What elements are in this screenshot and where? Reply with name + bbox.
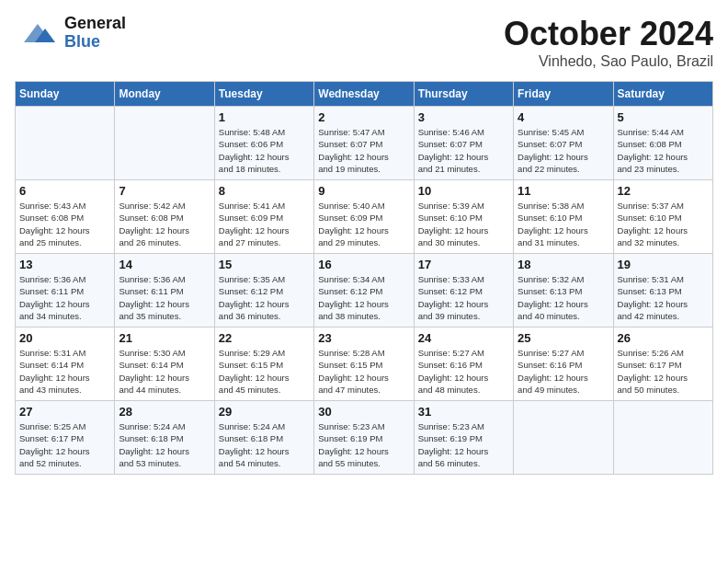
day-number: 10 xyxy=(418,184,509,198)
day-number: 25 xyxy=(518,331,609,345)
day-detail: Sunrise: 5:27 AM Sunset: 6:16 PM Dayligh… xyxy=(418,347,509,396)
calendar-week-5: 27Sunrise: 5:25 AM Sunset: 6:17 PM Dayli… xyxy=(16,401,713,475)
day-detail: Sunrise: 5:34 AM Sunset: 6:12 PM Dayligh… xyxy=(318,273,409,322)
calendar-cell: 11Sunrise: 5:38 AM Sunset: 6:10 PM Dayli… xyxy=(514,180,613,254)
calendar-week-4: 20Sunrise: 5:31 AM Sunset: 6:14 PM Dayli… xyxy=(16,327,713,401)
calendar-subtitle: Vinhedo, Sao Paulo, Brazil xyxy=(504,53,713,70)
logo-label: General Blue xyxy=(64,15,126,52)
day-detail: Sunrise: 5:36 AM Sunset: 6:11 PM Dayligh… xyxy=(19,273,110,322)
logo-blue-text: Blue xyxy=(64,33,126,52)
calendar-cell: 9Sunrise: 5:40 AM Sunset: 6:09 PM Daylig… xyxy=(314,180,414,254)
day-header-thursday: Thursday xyxy=(414,82,513,107)
day-number: 8 xyxy=(219,184,310,198)
calendar-week-2: 6Sunrise: 5:43 AM Sunset: 6:08 PM Daylig… xyxy=(16,180,713,254)
calendar-cell: 7Sunrise: 5:42 AM Sunset: 6:08 PM Daylig… xyxy=(115,180,214,254)
day-number: 4 xyxy=(518,110,609,124)
day-detail: Sunrise: 5:28 AM Sunset: 6:15 PM Dayligh… xyxy=(318,347,409,396)
calendar-cell: 24Sunrise: 5:27 AM Sunset: 6:16 PM Dayli… xyxy=(414,327,513,401)
calendar-cell: 31Sunrise: 5:23 AM Sunset: 6:19 PM Dayli… xyxy=(414,401,513,475)
logo: General Blue xyxy=(15,15,126,52)
logo-general-text: General xyxy=(64,15,126,33)
day-number: 1 xyxy=(219,110,310,124)
day-header-friday: Friday xyxy=(514,82,613,107)
day-detail: Sunrise: 5:23 AM Sunset: 6:19 PM Dayligh… xyxy=(318,420,409,469)
calendar-table: SundayMondayTuesdayWednesdayThursdayFrid… xyxy=(15,81,713,475)
calendar-cell: 3Sunrise: 5:46 AM Sunset: 6:07 PM Daylig… xyxy=(414,107,513,180)
day-number: 3 xyxy=(418,110,509,124)
day-detail: Sunrise: 5:44 AM Sunset: 6:08 PM Dayligh… xyxy=(618,126,709,175)
day-detail: Sunrise: 5:24 AM Sunset: 6:18 PM Dayligh… xyxy=(219,420,310,469)
calendar-cell: 28Sunrise: 5:24 AM Sunset: 6:18 PM Dayli… xyxy=(115,401,214,475)
day-number: 2 xyxy=(318,110,409,124)
day-number: 11 xyxy=(518,184,609,198)
day-number: 7 xyxy=(119,184,210,198)
calendar-cell: 10Sunrise: 5:39 AM Sunset: 6:10 PM Dayli… xyxy=(414,180,513,254)
calendar-cell: 19Sunrise: 5:31 AM Sunset: 6:13 PM Dayli… xyxy=(613,254,712,327)
day-number: 31 xyxy=(418,405,509,419)
day-detail: Sunrise: 5:32 AM Sunset: 6:13 PM Dayligh… xyxy=(518,273,609,322)
day-number: 5 xyxy=(618,110,709,124)
calendar-cell: 14Sunrise: 5:36 AM Sunset: 6:11 PM Dayli… xyxy=(115,254,214,327)
day-number: 13 xyxy=(19,258,110,271)
calendar-cell xyxy=(115,107,214,180)
day-number: 28 xyxy=(119,405,210,419)
day-detail: Sunrise: 5:46 AM Sunset: 6:07 PM Dayligh… xyxy=(418,126,509,175)
calendar-cell: 25Sunrise: 5:27 AM Sunset: 6:16 PM Dayli… xyxy=(514,327,613,401)
calendar-cell: 16Sunrise: 5:34 AM Sunset: 6:12 PM Dayli… xyxy=(314,254,414,327)
day-detail: Sunrise: 5:40 AM Sunset: 6:09 PM Dayligh… xyxy=(318,200,409,248)
day-detail: Sunrise: 5:39 AM Sunset: 6:10 PM Dayligh… xyxy=(418,200,509,248)
calendar-cell: 20Sunrise: 5:31 AM Sunset: 6:14 PM Dayli… xyxy=(16,327,115,401)
day-header-saturday: Saturday xyxy=(613,82,712,107)
day-number: 14 xyxy=(119,258,210,271)
day-number: 24 xyxy=(418,331,509,345)
calendar-week-1: 1Sunrise: 5:48 AM Sunset: 6:06 PM Daylig… xyxy=(16,107,713,180)
day-number: 19 xyxy=(618,258,709,271)
calendar-cell: 18Sunrise: 5:32 AM Sunset: 6:13 PM Dayli… xyxy=(514,254,613,327)
day-detail: Sunrise: 5:31 AM Sunset: 6:14 PM Dayligh… xyxy=(19,347,110,396)
day-detail: Sunrise: 5:30 AM Sunset: 6:14 PM Dayligh… xyxy=(119,347,210,396)
calendar-cell: 8Sunrise: 5:41 AM Sunset: 6:09 PM Daylig… xyxy=(214,180,313,254)
day-detail: Sunrise: 5:35 AM Sunset: 6:12 PM Dayligh… xyxy=(219,273,310,322)
calendar-cell: 4Sunrise: 5:45 AM Sunset: 6:07 PM Daylig… xyxy=(514,107,613,180)
calendar-cell: 2Sunrise: 5:47 AM Sunset: 6:07 PM Daylig… xyxy=(314,107,414,180)
day-detail: Sunrise: 5:38 AM Sunset: 6:10 PM Dayligh… xyxy=(518,200,609,248)
day-detail: Sunrise: 5:25 AM Sunset: 6:17 PM Dayligh… xyxy=(19,420,110,469)
day-number: 20 xyxy=(19,331,110,345)
calendar-cell xyxy=(613,401,712,475)
page-header: General Blue October 2024 Vinhedo, Sao P… xyxy=(15,15,713,70)
day-detail: Sunrise: 5:42 AM Sunset: 6:08 PM Dayligh… xyxy=(119,200,210,248)
day-number: 16 xyxy=(318,258,409,271)
day-header-tuesday: Tuesday xyxy=(214,82,313,107)
day-detail: Sunrise: 5:37 AM Sunset: 6:10 PM Dayligh… xyxy=(618,200,709,248)
calendar-cell: 15Sunrise: 5:35 AM Sunset: 6:12 PM Dayli… xyxy=(214,254,313,327)
day-number: 18 xyxy=(518,258,609,271)
calendar-cell: 27Sunrise: 5:25 AM Sunset: 6:17 PM Dayli… xyxy=(16,401,115,475)
day-detail: Sunrise: 5:27 AM Sunset: 6:16 PM Dayligh… xyxy=(518,347,609,396)
day-number: 12 xyxy=(618,184,709,198)
day-number: 27 xyxy=(19,405,110,419)
logo-icon xyxy=(15,15,61,52)
calendar-cell: 29Sunrise: 5:24 AM Sunset: 6:18 PM Dayli… xyxy=(214,401,313,475)
day-number: 17 xyxy=(418,258,509,271)
day-number: 30 xyxy=(318,405,409,419)
calendar-cell: 22Sunrise: 5:29 AM Sunset: 6:15 PM Dayli… xyxy=(214,327,313,401)
day-number: 21 xyxy=(119,331,210,345)
day-detail: Sunrise: 5:41 AM Sunset: 6:09 PM Dayligh… xyxy=(219,200,310,248)
day-detail: Sunrise: 5:43 AM Sunset: 6:08 PM Dayligh… xyxy=(19,200,110,248)
day-header-sunday: Sunday xyxy=(16,82,115,107)
calendar-body: 1Sunrise: 5:48 AM Sunset: 6:06 PM Daylig… xyxy=(16,107,713,475)
calendar-cell xyxy=(514,401,613,475)
day-number: 15 xyxy=(219,258,310,271)
day-detail: Sunrise: 5:29 AM Sunset: 6:15 PM Dayligh… xyxy=(219,347,310,396)
calendar-cell: 13Sunrise: 5:36 AM Sunset: 6:11 PM Dayli… xyxy=(16,254,115,327)
day-detail: Sunrise: 5:47 AM Sunset: 6:07 PM Dayligh… xyxy=(318,126,409,175)
day-number: 23 xyxy=(318,331,409,345)
calendar-title: October 2024 xyxy=(504,15,713,53)
day-detail: Sunrise: 5:33 AM Sunset: 6:12 PM Dayligh… xyxy=(418,273,509,322)
calendar-cell: 1Sunrise: 5:48 AM Sunset: 6:06 PM Daylig… xyxy=(214,107,313,180)
day-detail: Sunrise: 5:48 AM Sunset: 6:06 PM Dayligh… xyxy=(219,126,310,175)
calendar-cell: 12Sunrise: 5:37 AM Sunset: 6:10 PM Dayli… xyxy=(613,180,712,254)
day-header-monday: Monday xyxy=(115,82,214,107)
calendar-week-3: 13Sunrise: 5:36 AM Sunset: 6:11 PM Dayli… xyxy=(16,254,713,327)
day-header-wednesday: Wednesday xyxy=(314,82,414,107)
